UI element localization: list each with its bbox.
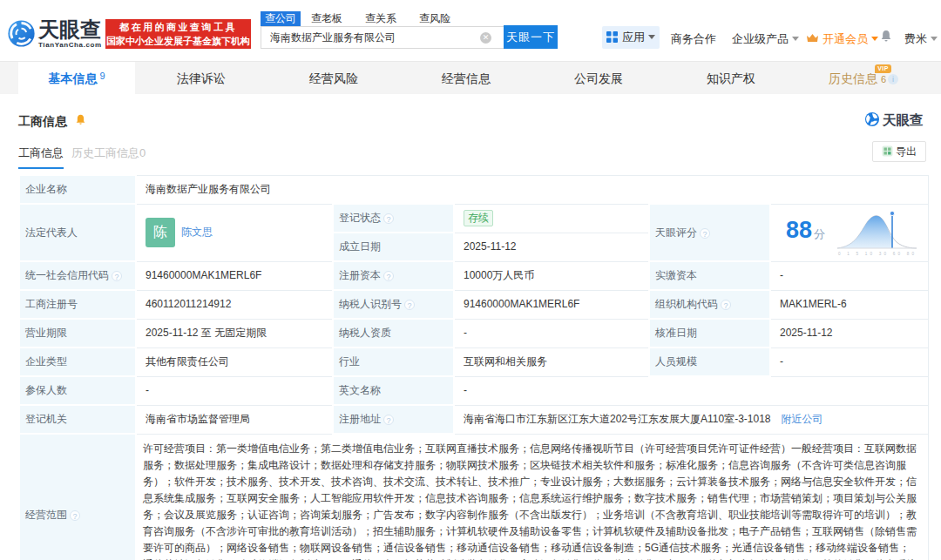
svg-text:天眼查: 天眼查 (882, 112, 924, 127)
svg-text:0 1 5 10 30 60 80 90 95 100: 0 1 5 10 30 60 80 90 95 100 (838, 251, 919, 255)
